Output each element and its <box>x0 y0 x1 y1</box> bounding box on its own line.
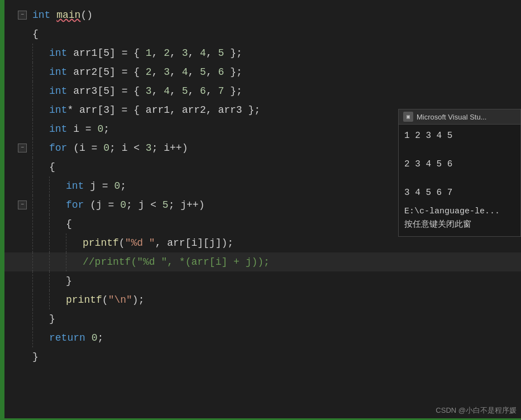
collapse-button[interactable]: − <box>18 201 27 209</box>
indent-guides <box>32 157 49 176</box>
indent-unit <box>32 195 49 214</box>
indent-unit <box>32 139 49 157</box>
indent-unit <box>32 101 49 120</box>
code-line: int arr1[5] = { 1, 2, 3, 4, 5 }; <box>4 44 521 63</box>
indent-guides <box>32 195 66 214</box>
code-text: { <box>66 214 72 233</box>
code-line: //printf("%d ", *(arr[i] + j)); <box>4 252 521 271</box>
indent-unit <box>49 290 66 309</box>
console-overlay: ▣ Microsoft Visual Stu... 1 2 3 4 5 2 3 … <box>398 109 521 237</box>
left-bar <box>0 0 4 420</box>
console-hint: 按任意键关闭此窗 <box>404 218 515 232</box>
line-gutter: − <box>4 11 32 20</box>
indent-unit <box>49 195 66 214</box>
code-text: } <box>32 347 39 366</box>
indent-unit <box>32 290 49 309</box>
indent-unit <box>49 176 66 195</box>
console-output-line-1: 1 2 3 4 5 <box>404 129 515 144</box>
indent-unit <box>66 252 83 271</box>
code-line: −int main() <box>4 6 521 25</box>
line-gutter: − <box>4 144 32 152</box>
indent-unit <box>66 233 83 252</box>
indent-guides <box>32 176 66 195</box>
indent-unit <box>32 176 49 195</box>
indent-guides <box>32 233 83 252</box>
collapse-button[interactable]: − <box>18 11 27 20</box>
code-text: } <box>49 309 55 328</box>
console-titlebar: ▣ Microsoft Visual Stu... <box>399 109 520 125</box>
indent-guides <box>32 252 83 271</box>
line-gutter: − <box>4 201 32 209</box>
code-text: for (i = 0; i < 3; i++) <box>49 139 188 157</box>
code-line: { <box>4 25 521 44</box>
indent-guides <box>32 101 49 120</box>
indent-unit <box>32 252 49 271</box>
code-line: } <box>4 309 521 328</box>
code-line: } <box>4 347 521 366</box>
code-text: printf("%d ", arr[i][j]); <box>83 233 233 252</box>
indent-unit <box>49 252 66 271</box>
watermark: CSDN @小白不是程序媛 <box>436 405 517 416</box>
indent-unit <box>32 309 49 328</box>
code-text: int arr1[5] = { 1, 2, 3, 4, 5 }; <box>49 44 242 63</box>
code-text: int main() <box>32 6 93 25</box>
indent-guides <box>32 63 49 82</box>
indent-unit <box>49 233 66 252</box>
indent-unit <box>32 44 49 63</box>
console-output-line-2: 2 3 4 5 6 <box>404 157 515 172</box>
code-text: { <box>32 25 39 44</box>
indent-unit <box>49 271 66 290</box>
indent-unit <box>32 82 49 101</box>
indent-guides <box>32 271 66 290</box>
code-text: //printf("%d ", *(arr[i] + j)); <box>83 252 270 271</box>
indent-guides <box>32 290 66 309</box>
code-text: } <box>66 271 72 290</box>
indent-unit <box>32 120 49 139</box>
code-text: int arr2[5] = { 2, 3, 4, 5, 6 }; <box>49 63 242 82</box>
code-text: for (j = 0; j < 5; j++) <box>66 195 204 214</box>
console-path: E:\c-language-le... <box>404 205 515 218</box>
code-line: int arr2[5] = { 2, 3, 4, 5, 6 }; <box>4 63 521 82</box>
indent-guides <box>32 214 66 233</box>
indent-guides <box>32 44 49 63</box>
console-body: 1 2 3 4 5 2 3 4 5 6 3 4 5 6 7 E:\c-langu… <box>399 125 520 236</box>
console-icon: ▣ <box>403 112 413 122</box>
code-text: int arr3[5] = { 3, 4, 5, 6, 7 }; <box>49 82 242 101</box>
console-title: Microsoft Visual Stu... <box>417 113 486 121</box>
code-text: int j = 0; <box>66 176 126 195</box>
indent-guides <box>32 309 49 328</box>
code-text: int* arr[3] = { arr1, arr2, arr3 }; <box>49 101 260 120</box>
code-text: return 0; <box>49 328 103 347</box>
code-line: int arr3[5] = { 3, 4, 5, 6, 7 }; <box>4 82 521 101</box>
indent-guides <box>32 139 49 157</box>
code-text: printf("\n"); <box>66 290 144 309</box>
indent-unit <box>49 214 66 233</box>
indent-guides <box>32 328 49 347</box>
code-text: int i = 0; <box>49 120 109 139</box>
collapse-button[interactable]: − <box>18 144 27 152</box>
indent-unit <box>32 233 49 252</box>
console-output-line-3: 3 4 5 6 7 <box>404 186 515 201</box>
code-line: } <box>4 271 521 290</box>
indent-unit <box>32 271 49 290</box>
indent-unit <box>32 214 49 233</box>
indent-unit <box>32 63 49 82</box>
code-text: { <box>49 157 55 176</box>
code-line: printf("\n"); <box>4 290 521 309</box>
indent-guides <box>32 120 49 139</box>
indent-unit <box>32 157 49 176</box>
indent-guides <box>32 82 49 101</box>
code-line: return 0; <box>4 328 521 347</box>
indent-unit <box>32 328 49 347</box>
